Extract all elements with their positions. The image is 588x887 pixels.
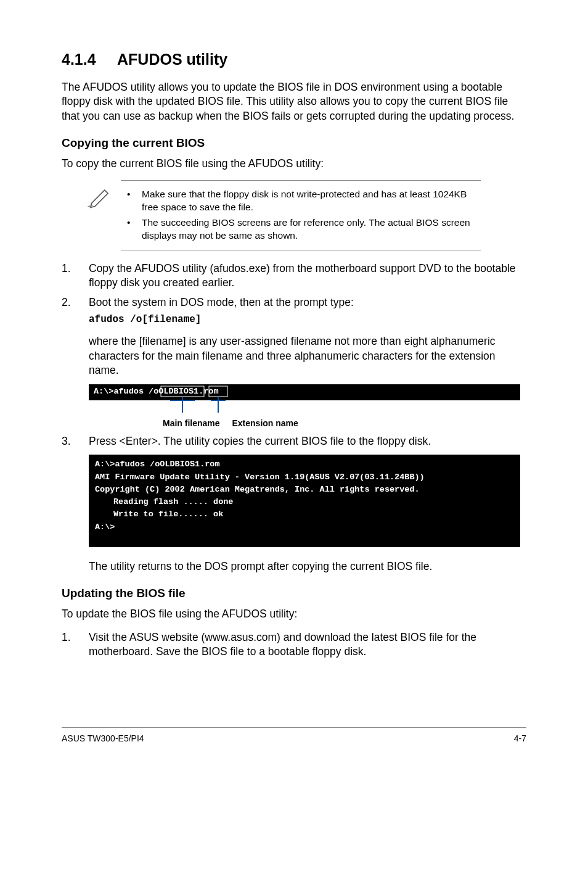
note-item: •Make sure that the floppy disk is not w… xyxy=(121,188,481,214)
terminal-line: A:\>afudos /oOLDBIOS1.rom xyxy=(94,387,219,396)
after-terminal-paragraph: The utility returns to the DOS prompt af… xyxy=(89,559,526,574)
step-number: 2. xyxy=(62,295,89,378)
terminal-line: A:\>afudos /oOLDBIOS1.rom xyxy=(95,458,514,471)
step-text: Boot the system in DOS mode, then at the… xyxy=(89,295,526,310)
note-item: •The succeeding BIOS screens are for ref… xyxy=(121,217,481,242)
step-number: 1. xyxy=(62,630,89,659)
step-text: Press <Enter>. The utility copies the cu… xyxy=(89,434,526,449)
note-text: The succeeding BIOS screens are for refe… xyxy=(142,217,481,242)
extension-name-label: Extension name xyxy=(232,418,298,429)
update-heading: Updating the BIOS file xyxy=(62,585,526,601)
footer-left: ASUS TW300-E5/PI4 xyxy=(62,733,144,745)
note-text: Make sure that the floppy disk is not wr… xyxy=(142,188,481,214)
note-block: •Make sure that the floppy disk is not w… xyxy=(86,180,481,250)
terminal-output-1: A:\>afudos /oOLDBIOS1.rom xyxy=(89,384,520,400)
update-paragraph: To update the BIOS file using the AFUDOS… xyxy=(62,607,526,622)
section-number: 4.1.4 xyxy=(62,49,117,70)
terminal-line: AMI Firmware Update Utility - Version 1.… xyxy=(95,471,514,484)
step-item: 1. Visit the ASUS website (www.asus.com)… xyxy=(62,630,526,659)
step-item: 3. Press <Enter>. The utility copies the… xyxy=(62,434,526,449)
pencil-note-icon xyxy=(86,180,121,250)
step-code: afudos /o[filename] xyxy=(89,313,526,327)
intro-paragraph: The AFUDOS utility allows you to update … xyxy=(62,80,526,124)
step-item: 1. Copy the AFUDOS utility (afudos.exe) … xyxy=(62,262,526,291)
terminal-line: Write to file...... ok xyxy=(95,508,514,521)
step-number: 3. xyxy=(62,434,89,449)
footer-right: 4-7 xyxy=(514,733,526,745)
filename-labels: Main filename Extension name xyxy=(89,418,526,429)
step-text: Visit the ASUS website (www.asus.com) an… xyxy=(89,630,526,659)
page-footer: ASUS TW300-E5/PI4 4-7 xyxy=(62,727,526,745)
main-filename-label: Main filename xyxy=(163,418,220,429)
section-title-text: AFUDOS utility xyxy=(117,51,227,68)
step-item: 2. Boot the system in DOS mode, then at … xyxy=(62,295,526,378)
terminal-line: A:\> xyxy=(95,521,514,534)
step-body: Copy the AFUDOS utility (afudos.exe) fro… xyxy=(89,262,526,291)
terminal-output-2: A:\>afudos /oOLDBIOS1.rom AMI Firmware U… xyxy=(89,455,520,547)
section-heading: 4.1.4AFUDOS utility xyxy=(62,49,526,70)
terminal-line: Copyright (C) 2002 American Megatrends, … xyxy=(95,484,514,496)
copy-heading: Copying the current BIOS xyxy=(62,135,526,151)
step-number: 1. xyxy=(62,262,89,291)
copy-paragraph: To copy the current BIOS file using the … xyxy=(62,157,526,171)
terminal-line: Reading flash ..... done xyxy=(95,496,514,508)
step-after-text: where the [filename] is any user-assigne… xyxy=(89,334,526,378)
